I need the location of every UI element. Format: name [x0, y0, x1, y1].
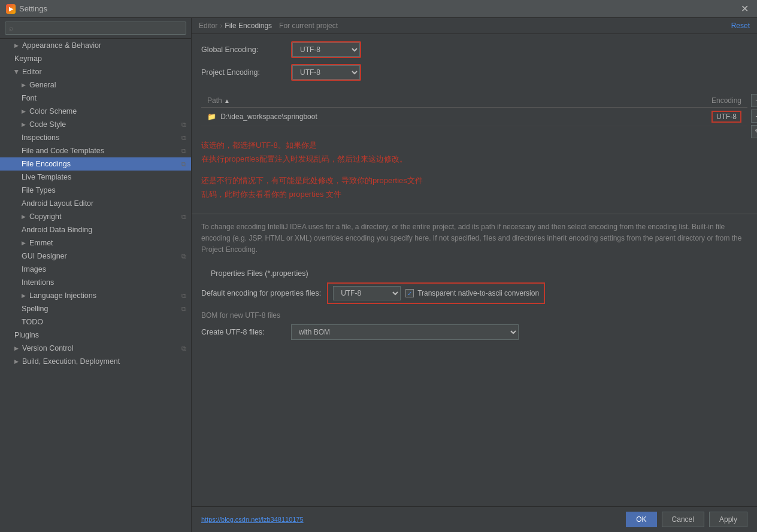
sidebar-item-label: File and Code Templates — [22, 147, 104, 155]
copy-icon: ⧉ — [181, 253, 186, 260]
bom-section: BOM for new UTF-8 files Create UTF-8 fil… — [192, 306, 757, 345]
create-utf8-label: Create UTF-8 files: — [201, 328, 285, 336]
footer-link[interactable]: https://blog.csdn.net/lzb348110175 — [201, 516, 304, 523]
window-title: Settings — [19, 4, 47, 13]
file-table-section: Path ▲ Encoding 📁 D:\idea_ — [201, 94, 747, 126]
sidebar-item-copyright[interactable]: ▶ Copyright ⧉ — [0, 210, 191, 223]
sidebar-item-keymap[interactable]: Keymap — [0, 52, 191, 65]
ok-button[interactable]: OK — [626, 512, 656, 527]
transparent-checkbox-row: Transparent native-to-ascii conversion — [405, 289, 539, 297]
arrow-icon: ▶ — [14, 345, 19, 351]
sidebar-item-android-layout-editor[interactable]: Android Layout Editor — [0, 197, 191, 210]
close-button[interactable]: ✕ — [738, 3, 751, 14]
arrow-icon: ▶ — [22, 108, 26, 114]
sidebar-item-build-execution[interactable]: ▶ Build, Execution, Deployment — [0, 355, 191, 368]
sidebar-item-general[interactable]: ▶ General — [0, 78, 191, 92]
sidebar-item-code-style[interactable]: ▶ Code Style ⧉ — [0, 118, 191, 131]
sidebar-item-label: Color Scheme — [29, 107, 77, 115]
transparent-checkbox[interactable] — [405, 289, 414, 297]
arrow-icon: ▶ — [22, 240, 26, 246]
table-row[interactable]: 📁 D:\idea_workspace\springboot UTF-8 — [201, 108, 747, 126]
global-encoding-label: Global Encoding: — [201, 45, 285, 54]
properties-encoding-select[interactable]: UTF-8 ISO-8859-1 GBK — [333, 286, 401, 300]
sidebar-item-color-scheme[interactable]: ▶ Color Scheme — [0, 105, 191, 118]
sidebar-item-emmet[interactable]: ▶ Emmet — [0, 236, 191, 250]
bom-row: Create UTF-8 files: with BOM with BOM (m… — [201, 324, 747, 340]
breadcrumb-separator: › — [220, 22, 222, 30]
settings-panel: Global Encoding: UTF-8 ISO-8859-1 GBK Pr… — [192, 34, 757, 506]
sidebar-item-file-encodings[interactable]: File Encodings ⧉ — [0, 157, 191, 171]
sidebar-item-label: GUI Designer — [22, 252, 67, 260]
sidebar-item-label: Live Templates — [22, 173, 71, 181]
project-encoding-dropdown-wrapper: UTF-8 ISO-8859-1 GBK — [291, 64, 361, 81]
arrow-icon: ▶ — [22, 293, 26, 299]
sidebar-item-inspections[interactable]: Inspections ⧉ — [0, 131, 191, 144]
path-column-header: Path ▲ — [201, 94, 583, 108]
add-row-button[interactable]: + — [751, 94, 757, 107]
global-encoding-dropdown-wrapper: UTF-8 ISO-8859-1 GBK — [291, 41, 361, 58]
copy-icon: ⧉ — [181, 147, 186, 155]
breadcrumb-editor: Editor — [199, 22, 217, 30]
bottom-bar: https://blog.csdn.net/lzb348110175 OK Ca… — [192, 506, 757, 532]
properties-highlight-box: UTF-8 ISO-8859-1 GBK Transparent native-… — [327, 282, 545, 304]
file-table-body: 📁 D:\idea_workspace\springboot UTF-8 — [201, 108, 747, 126]
sidebar-item-appearance[interactable]: ▶ Appearance & Behavior — [0, 39, 191, 52]
breadcrumb-note: For current project — [279, 22, 338, 30]
sidebar-item-intentions[interactable]: Intentions — [0, 276, 191, 289]
project-encoding-select[interactable]: UTF-8 ISO-8859-1 GBK — [292, 65, 360, 80]
copy-icon: ⧉ — [181, 160, 186, 168]
apply-button[interactable]: Apply — [709, 512, 747, 527]
edit-row-button[interactable]: ✎ — [751, 125, 757, 138]
annotation-line5: 乱码，此时你去看看你的 properties 文件 — [201, 187, 747, 201]
default-encoding-label: Default encoding for properties files: — [201, 289, 321, 297]
cancel-button[interactable]: Cancel — [662, 512, 704, 527]
arrow-icon: ▶ — [14, 70, 20, 74]
search-box — [0, 18, 191, 39]
search-input[interactable] — [5, 22, 186, 35]
remove-row-button[interactable]: − — [751, 110, 757, 123]
sidebar-item-gui-designer[interactable]: GUI Designer ⧉ — [0, 250, 191, 263]
app-icon: ▶ — [6, 4, 16, 14]
properties-section-title: Properties Files (*.properties) — [201, 265, 318, 280]
title-bar: ▶ Settings ✕ — [0, 0, 757, 18]
create-utf8-select[interactable]: with BOM with BOM (macOS) without BOM — [291, 324, 519, 340]
sidebar-item-android-data-binding[interactable]: Android Data Binding — [0, 223, 191, 236]
description-text: To change encoding IntelliJ IDEA uses fo… — [192, 214, 757, 263]
sidebar-item-version-control[interactable]: ▶ Version Control ⧉ — [0, 342, 191, 355]
global-encoding-select[interactable]: UTF-8 ISO-8859-1 GBK — [292, 42, 360, 57]
sidebar-item-label: General — [29, 81, 56, 89]
sidebar-item-editor[interactable]: ▶ Editor — [0, 65, 191, 78]
sidebar-item-label: Appearance & Behavior — [22, 41, 101, 50]
project-encoding-label: Project Encoding: — [201, 68, 285, 77]
sidebar-item-font[interactable]: Font — [0, 92, 191, 105]
sidebar-item-spelling[interactable]: Spelling ⧉ — [0, 302, 191, 315]
sidebar-item-label: Plugins — [14, 331, 39, 339]
annotation-line2: 在执行properties配置注入时发现乱码，然后过来这边修改。 — [201, 152, 747, 166]
properties-encoding-row: Default encoding for properties files: U… — [192, 280, 757, 306]
sidebar-item-images[interactable]: Images — [0, 263, 191, 276]
annotation-text: 该选的，都选择UTF-8。如果你是 在执行properties配置注入时发现乱码… — [192, 126, 757, 214]
breadcrumb: Editor › File Encodings For current proj… — [192, 18, 757, 34]
sidebar-item-label: TODO — [22, 318, 43, 326]
sidebar-item-label: Android Data Binding — [22, 226, 92, 234]
reset-button[interactable]: Reset — [731, 22, 750, 30]
arrow-icon: ▶ — [22, 214, 26, 220]
sidebar-item-todo[interactable]: TODO — [0, 315, 191, 329]
sidebar-item-file-types[interactable]: File Types — [0, 184, 191, 197]
sidebar-item-live-templates[interactable]: Live Templates — [0, 171, 191, 184]
sidebar-item-label: Spelling — [22, 305, 48, 313]
sidebar: ▶ Appearance & Behavior Keymap ▶ Editor … — [0, 18, 192, 532]
copy-icon: ⧉ — [181, 345, 186, 352]
arrow-icon: ▶ — [22, 82, 26, 88]
main-layout: ▶ Appearance & Behavior Keymap ▶ Editor … — [0, 18, 757, 532]
arrow-icon: ▶ — [14, 358, 19, 364]
sidebar-item-label: Images — [22, 265, 46, 273]
sidebar-item-language-injections[interactable]: ▶ Language Injections ⧉ — [0, 289, 191, 302]
copy-icon: ⧉ — [181, 305, 186, 313]
sidebar-item-plugins[interactable]: Plugins — [0, 329, 191, 342]
file-table-header: Path ▲ Encoding — [201, 94, 747, 108]
bom-section-title: BOM for new UTF-8 files — [201, 311, 747, 320]
sidebar-item-file-code-templates[interactable]: File and Code Templates ⧉ — [0, 144, 191, 157]
sidebar-item-label: File Types — [22, 186, 56, 194]
sidebar-item-label: Version Control — [22, 344, 73, 352]
